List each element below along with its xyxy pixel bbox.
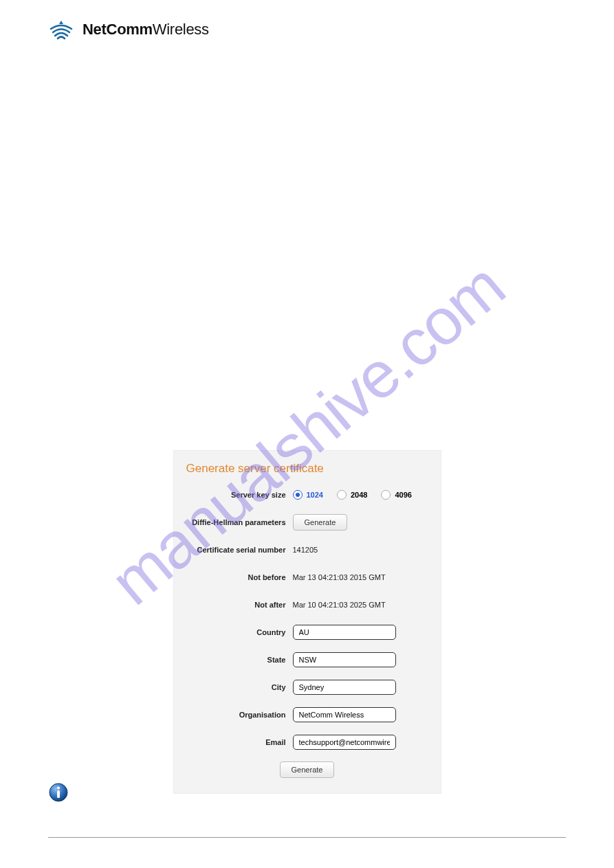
value-not-before: Mar 13 04:21:03 2015 GMT: [293, 573, 386, 581]
info-icon: [48, 782, 69, 805]
radio-icon: [293, 490, 303, 500]
label-dh-params: Diffie-Hellman parameters: [186, 518, 293, 526]
panel-title: Generate server certificate: [186, 462, 428, 476]
radio-2048[interactable]: 2048: [337, 490, 367, 500]
label-organisation: Organisation: [186, 711, 293, 719]
brand-bold: NetComm: [83, 21, 153, 38]
brand-logo: NetCommWireless: [48, 19, 566, 40]
radio-label: 4096: [395, 491, 411, 499]
city-field[interactable]: [293, 680, 396, 695]
email-field[interactable]: [293, 735, 396, 750]
radio-label: 1024: [307, 491, 323, 499]
svg-point-1: [57, 787, 60, 790]
radio-4096[interactable]: 4096: [381, 490, 411, 500]
dh-generate-button[interactable]: Generate: [293, 514, 348, 531]
radio-icon: [381, 490, 391, 500]
radio-icon: [337, 490, 347, 500]
label-serial-number: Certificate serial number: [186, 546, 293, 554]
label-email: Email: [186, 738, 293, 746]
label-server-key-size: Server key size: [186, 491, 293, 499]
label-country: Country: [186, 628, 293, 636]
svg-rect-2: [57, 790, 60, 798]
generate-button[interactable]: Generate: [280, 761, 335, 778]
label-not-before: Not before: [186, 573, 293, 581]
label-not-after: Not after: [186, 601, 293, 609]
key-size-radio-group: 1024 2048 4096: [293, 490, 412, 500]
state-field[interactable]: [293, 652, 396, 667]
label-state: State: [186, 656, 293, 664]
radio-1024[interactable]: 1024: [293, 490, 323, 500]
generate-server-certificate-panel: Generate server certificate Server key s…: [173, 450, 441, 794]
radio-label: 2048: [351, 491, 367, 499]
label-city: City: [186, 683, 293, 691]
value-serial-number: 141205: [293, 546, 318, 554]
wifi-arcs-icon: [48, 19, 74, 40]
organisation-field[interactable]: [293, 707, 396, 722]
country-field[interactable]: [293, 625, 396, 640]
brand-light: Wireless: [153, 21, 209, 38]
divider: [48, 837, 566, 838]
value-not-after: Mar 10 04:21:03 2025 GMT: [293, 601, 386, 609]
brand-text: NetCommWireless: [83, 21, 209, 38]
